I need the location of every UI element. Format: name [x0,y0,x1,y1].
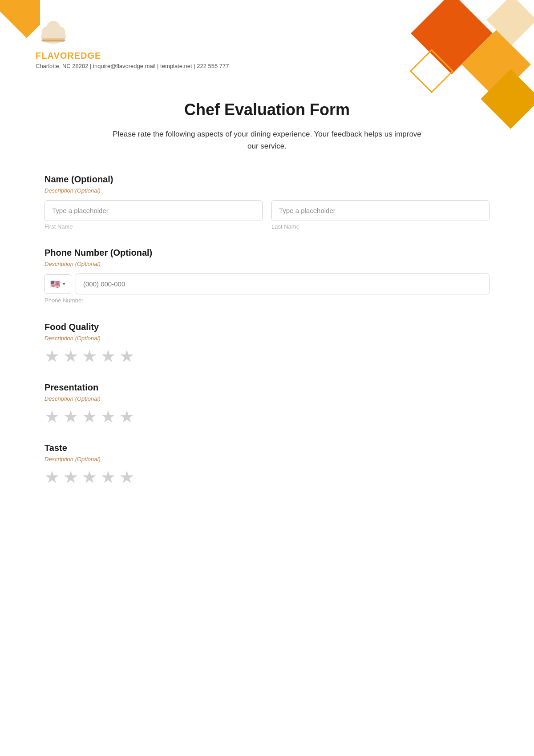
pres-star-5[interactable]: ★ [119,408,134,425]
form-subtitle: Please rate the following aspects of you… [111,128,423,152]
star-4[interactable]: ★ [101,348,116,365]
phone-section: Phone Number (Optional) Description (Opt… [44,248,490,304]
presentation-description: Description (Optional) [44,395,490,402]
first-name-wrapper: First Name [44,200,263,230]
taste-star-3[interactable]: ★ [82,469,97,486]
brand-name: FLAVOREDGE [36,51,101,61]
presentation-label: Presentation [44,382,490,393]
name-fields: First Name Last Name [44,200,490,230]
phone-section-label: Phone Number (Optional) [44,248,490,258]
food-quality-description: Description (Optional) [44,335,490,342]
taste-stars: ★ ★ ★ ★ ★ [44,469,490,486]
name-section: Name (Optional) Description (Optional) F… [44,174,490,230]
food-quality-section: Food Quality Description (Optional) ★ ★ … [44,322,490,365]
name-section-description: Description (Optional) [44,187,490,194]
header: FLAVOREDGE Charlotte, NC 28202 | inquire… [0,0,534,78]
first-name-sublabel: First Name [44,223,263,230]
chevron-down-icon: ▾ [63,281,65,287]
star-3[interactable]: ★ [82,348,97,365]
pres-star-1[interactable]: ★ [44,408,60,425]
taste-star-4[interactable]: ★ [101,469,116,486]
flag-emoji: 🇺🇸 [50,279,60,289]
last-name-input[interactable] [271,200,490,221]
taste-star-1[interactable]: ★ [44,469,60,486]
presentation-section: Presentation Description (Optional) ★ ★ … [44,382,490,425]
presentation-stars: ★ ★ ★ ★ ★ [44,408,490,425]
last-name-sublabel: Last Name [271,223,490,230]
main-content: Chef Evaluation Form Please rate the fol… [0,78,534,539]
taste-section: Taste Description (Optional) ★ ★ ★ ★ ★ [44,443,490,486]
taste-star-2[interactable]: ★ [63,469,78,486]
logo-area: FLAVOREDGE Charlotte, NC 28202 | inquire… [36,18,229,69]
first-name-input[interactable] [44,200,263,221]
phone-input[interactable] [76,273,490,294]
star-5[interactable]: ★ [119,348,134,365]
food-quality-label: Food Quality [44,322,490,332]
taste-star-5[interactable]: ★ [119,469,134,486]
svg-point-2 [42,27,52,38]
last-name-wrapper: Last Name [271,200,490,230]
brand-info: Charlotte, NC 28202 | inquire@flavoredge… [36,63,229,69]
pres-star-2[interactable]: ★ [63,408,78,425]
svg-point-3 [56,27,65,38]
food-quality-stars: ★ ★ ★ ★ ★ [44,348,490,365]
pres-star-4[interactable]: ★ [101,408,116,425]
taste-description: Description (Optional) [44,456,490,462]
star-2[interactable]: ★ [63,348,78,365]
form-title: Chef Evaluation Form [44,101,490,119]
phone-section-description: Description (Optional) [44,261,490,267]
star-1[interactable]: ★ [44,348,60,365]
name-section-label: Name (Optional) [44,174,490,185]
pres-star-3[interactable]: ★ [82,408,97,425]
phone-field-row: 🇺🇸 ▾ [44,273,490,294]
country-selector[interactable]: 🇺🇸 ▾ [44,274,71,294]
svg-rect-5 [42,40,65,41]
phone-sublabel: Phone Number [44,297,83,304]
logo-icon [36,18,71,49]
taste-label: Taste [44,443,490,453]
